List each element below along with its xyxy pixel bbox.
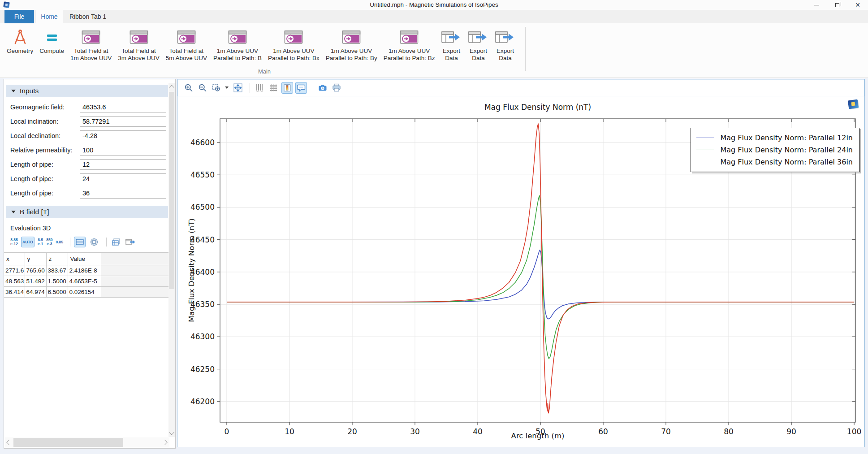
cell-value: 4.6653E-5 [68,276,101,287]
tab-file[interactable]: File [4,10,34,23]
vertical-scrollbar-thumb[interactable] [169,92,174,289]
axis-gridlines-icon[interactable] [254,82,265,94]
plot-window-icon [82,28,100,47]
export-data-button-1[interactable]: Export Data [438,27,465,63]
toolbar-separator [313,83,313,93]
restore-button[interactable] [827,0,847,10]
cell-z: 6.5000 [46,287,68,298]
length-of-pipe-36-input[interactable] [80,188,166,199]
precision-engineering-button[interactable]: 8.5 e-1 [38,238,43,246]
svg-text:100: 100 [847,427,861,436]
cell-x: 36.414 [4,287,25,298]
table-row[interactable]: 36.414 64.974 6.5000 0.026154 [4,287,170,298]
local-declination-input[interactable] [80,130,166,141]
inputs-section-header[interactable]: Inputs [6,85,168,97]
relative-permeability-label: Relative permeability: [10,147,73,154]
toolbar-separator [250,83,250,93]
scroll-down-icon[interactable] [169,430,174,435]
svg-text:20: 20 [347,427,357,436]
zoom-dropdown-caret-icon[interactable] [225,86,229,89]
length-of-pipe-24-input[interactable] [80,173,166,184]
col-header-y[interactable]: y [25,253,46,265]
total-field-5m-button[interactable]: Total Field at 5m Above UUV [163,27,210,63]
total-field-1m-button[interactable]: Total Field at 1m Above UUV [67,27,115,63]
total-field-3m-button[interactable]: Total Field at 3m Above UUV [115,27,162,63]
cell-z: 1.5000 [46,276,68,287]
parallel-path-bx-button[interactable]: 1m Above UUV Parallel to Path: Bx [265,27,323,63]
svg-text:46450: 46450 [190,235,215,244]
plot-window-icon [400,28,419,47]
col-header-z[interactable]: z [46,253,68,265]
svg-text:40: 40 [473,427,483,436]
scroll-left-icon[interactable] [6,440,11,445]
scroll-right-icon[interactable] [162,440,167,445]
horizontal-scrollbar[interactable] [4,437,169,447]
svg-text:90: 90 [786,427,796,436]
snapshot-camera-icon[interactable] [317,82,328,94]
svg-text:46300: 46300 [190,332,215,341]
legend-entry: Mag Flux Density Norm: Parallel 12in [696,132,853,144]
col-header-filler [101,253,170,265]
svg-text:60: 60 [598,427,608,436]
parallel-path-bz-button[interactable]: 1m Above UUV Parallel to Path: Bz [380,27,438,63]
cell-z: 383.67 [46,265,68,276]
minimize-button[interactable] [806,0,827,10]
cell-y: 51.492 [25,276,46,287]
export-data-button-2[interactable]: Export Data [465,27,492,63]
tab-ribbon-tab-1[interactable]: Ribbon Tab 1 [65,10,111,23]
collapse-triangle-icon [11,211,16,213]
relative-permeability-input[interactable] [80,145,166,156]
export-table-button[interactable] [125,237,136,247]
geomagnetic-field-label: Geomagnetic field: [10,104,65,111]
table-header-row: x y z Value [4,253,170,265]
table-row[interactable]: 48.563 51.492 1.5000 4.6653E-5 [4,276,170,287]
cell-filler [101,276,170,287]
local-inclination-input[interactable] [80,116,166,127]
col-header-value[interactable]: Value [68,253,101,265]
print-icon[interactable] [331,82,342,94]
scroll-up-icon[interactable] [169,85,174,90]
color-legend-toggle-icon[interactable] [281,82,293,94]
cell-x: 2771.6 [4,265,25,276]
precision-milli-button[interactable]: 850 e-3 [46,238,52,246]
restore-icon [835,3,839,7]
svg-text:50: 50 [535,427,545,436]
close-button[interactable]: ✕ [847,0,868,10]
svg-text:46350: 46350 [190,300,215,309]
cell-filler [101,287,170,298]
grid-icon[interactable] [268,82,279,94]
plot-area[interactable]: Mag Flux Density Norm (nT) Mag Flux Dens… [177,96,864,447]
close-icon: ✕ [855,2,860,8]
copy-table-button[interactable] [110,237,122,247]
precision-decimal-button[interactable]: 0.85 [56,240,64,244]
ribbon-group-separator [525,27,526,71]
settings-panel: Inputs Geomagnetic field: Local inclinat… [4,79,176,449]
vertical-scrollbar[interactable] [168,83,175,437]
zoom-extents-icon[interactable] [232,82,244,94]
table-row[interactable]: 2771.6 765.60 383.67 2.4186E-8 [4,265,170,276]
length-of-pipe-12-input[interactable] [80,159,166,170]
geomagnetic-field-input[interactable] [80,102,166,112]
geometry-button[interactable]: Geometry [4,27,36,56]
zoom-in-icon[interactable] [183,82,194,94]
tooltip-toggle-icon[interactable] [295,82,307,94]
compute-button[interactable]: Compute [36,27,67,56]
export-data-button-3[interactable]: Export Data [492,27,518,63]
col-header-x[interactable]: x [4,253,25,265]
local-inclination-label: Local inclination: [10,118,58,125]
precision-scientific-button[interactable]: 8.85 e-12 [10,238,18,246]
sphere-plot-button[interactable] [88,237,100,247]
table-view-toggle-button[interactable] [74,237,86,247]
legend-line-sample [696,150,714,150]
tab-home[interactable]: Home [36,10,63,23]
svg-text:46500: 46500 [190,203,215,212]
zoom-box-icon[interactable] [211,82,222,94]
horizontal-scrollbar-thumb[interactable] [13,438,123,447]
parallel-path-b-button[interactable]: 1m Above UUV Parallel to Path: B [210,27,265,63]
length-of-pipe-12-label: Length of pipe: [10,161,53,168]
zoom-out-icon[interactable] [197,82,208,94]
b-field-section-header[interactable]: B field [T] [6,206,168,218]
precision-auto-button[interactable]: AUTO [21,237,35,247]
svg-text:0: 0 [225,427,229,436]
parallel-path-by-button[interactable]: 1m Above UUV Parallel to Path: By [323,27,380,63]
